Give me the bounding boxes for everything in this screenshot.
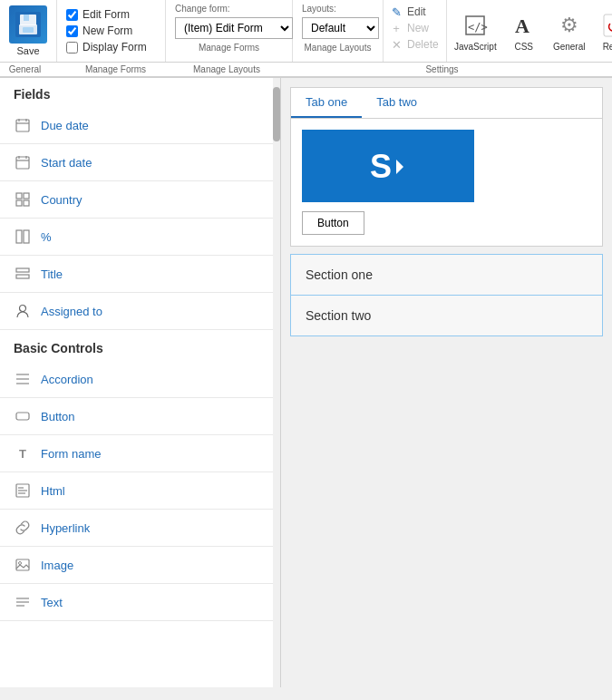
- form-name-label: Form name: [41, 447, 101, 461]
- due-date-label: Due date: [41, 119, 89, 132]
- manage-layouts-section-label: Manage Layouts: [181, 63, 272, 76]
- control-text[interactable]: Text: [0, 584, 280, 621]
- reset-button[interactable]: ↺ Reset: [597, 11, 612, 52]
- title-label: Title: [41, 267, 63, 281]
- css-label: CSS: [514, 42, 533, 52]
- svg-text:↺: ↺: [607, 18, 612, 36]
- field-title[interactable]: Title: [0, 256, 280, 293]
- field-percent[interactable]: %: [0, 219, 280, 256]
- calendar-icon-start: [14, 153, 32, 171]
- control-image[interactable]: Image: [0, 547, 280, 584]
- delete-icon: ✕: [389, 37, 403, 52]
- button-icon: [14, 407, 32, 425]
- svg-text:</>: </>: [468, 21, 488, 34]
- left-panel: Fields Due date: [0, 78, 281, 687]
- new-label: New: [407, 22, 429, 34]
- svg-rect-24: [16, 268, 29, 272]
- field-country[interactable]: Country: [0, 181, 280, 219]
- edit-form-checkbox-label[interactable]: Edit Form: [66, 8, 156, 21]
- html-label: Html: [41, 484, 65, 498]
- field-assigned-to[interactable]: Assigned to: [0, 293, 280, 330]
- javascript-label: JavaScript: [454, 42, 497, 52]
- reset-icon: ↺: [600, 11, 612, 40]
- delete-label: Delete: [407, 38, 439, 51]
- person-icon: [14, 302, 32, 320]
- percent-label: %: [41, 230, 52, 244]
- new-layout-button[interactable]: + New: [389, 21, 441, 35]
- svg-rect-4: [23, 27, 34, 33]
- general-icon: ⚙: [555, 11, 584, 40]
- button-label: Button: [41, 410, 75, 423]
- control-html[interactable]: Html: [0, 472, 280, 510]
- tab-one[interactable]: Tab one: [291, 88, 362, 118]
- new-form-checkbox-label[interactable]: New Form: [66, 24, 156, 37]
- scrollbar[interactable]: [273, 78, 280, 687]
- section-one[interactable]: Section one: [291, 255, 602, 296]
- svg-point-36: [19, 562, 22, 565]
- tabs-container: Tab one Tab two S Button: [290, 87, 603, 247]
- right-panel: Tab one Tab two S Button Sectio: [281, 78, 612, 687]
- general-button[interactable]: ⚙ General: [551, 11, 588, 52]
- edit-form-label: Edit Form: [83, 8, 130, 21]
- layouts-section: Layouts: Default Manage Layouts: [293, 0, 384, 62]
- delete-layout-button[interactable]: ✕ Delete: [389, 37, 441, 52]
- sharepoint-logo: S: [361, 139, 415, 193]
- svg-rect-25: [16, 275, 29, 278]
- change-form-select[interactable]: (Item) Edit Form (Item) New Form (Item) …: [175, 17, 293, 39]
- layouts-heading: Layouts:: [302, 4, 374, 14]
- change-form-heading: Change form:: [175, 4, 283, 14]
- javascript-icon: </>: [461, 11, 490, 40]
- grid-icon-percent: [14, 228, 32, 246]
- accordion-icon: [14, 370, 32, 388]
- edit-layout-button[interactable]: ✎ Edit: [389, 5, 441, 19]
- svg-rect-23: [24, 230, 29, 243]
- ribbon-labels-row: General Manage Forms Manage Layouts Sett…: [0, 63, 612, 78]
- svg-text:A: A: [515, 15, 529, 37]
- scrollbar-thumb[interactable]: [273, 87, 280, 141]
- settings-section: </> JavaScript A CSS ⚙ General ↺: [447, 0, 612, 62]
- svg-rect-2: [24, 15, 29, 21]
- reset-label: Reset: [603, 42, 612, 52]
- ribbon: Save Edit Form New Form Display Form Cha…: [0, 0, 612, 63]
- edit-form-checkbox[interactable]: [66, 9, 78, 21]
- assigned-to-label: Assigned to: [41, 305, 102, 318]
- form-name-icon: T: [14, 444, 32, 462]
- control-hyperlink[interactable]: Hyperlink: [0, 510, 280, 547]
- content-button[interactable]: Button: [302, 211, 364, 235]
- calendar-icon-due: [14, 116, 32, 134]
- start-date-label: Start date: [41, 156, 92, 170]
- svg-rect-19: [24, 193, 29, 199]
- sections-container: Section one Section two: [290, 254, 603, 336]
- save-label: Save: [16, 45, 39, 56]
- control-button[interactable]: Button: [0, 398, 280, 435]
- general-label: General: [553, 42, 586, 52]
- tab-bar: Tab one Tab two: [291, 88, 602, 119]
- save-button[interactable]: Save: [9, 5, 47, 56]
- field-start-date[interactable]: Start date: [0, 144, 280, 181]
- image-label: Image: [41, 559, 73, 572]
- control-accordion[interactable]: Accordion: [0, 361, 280, 398]
- layouts-select[interactable]: Default: [302, 17, 379, 39]
- section-two[interactable]: Section two: [291, 296, 602, 335]
- control-form-name[interactable]: T Form name: [0, 435, 280, 472]
- field-due-date[interactable]: Due date: [0, 107, 280, 144]
- accordion-label: Accordion: [41, 373, 93, 386]
- settings-section-label: Settings: [272, 63, 612, 76]
- manage-forms-label: Manage Forms: [175, 43, 283, 53]
- save-section: Save: [0, 0, 57, 62]
- javascript-button[interactable]: </> JavaScript: [454, 11, 497, 52]
- display-form-checkbox[interactable]: [66, 42, 78, 53]
- css-button[interactable]: A CSS: [506, 11, 542, 52]
- display-form-checkbox-label[interactable]: Display Form: [66, 41, 156, 53]
- svg-rect-35: [16, 559, 29, 570]
- manage-layouts-label: Manage Layouts: [302, 43, 374, 53]
- text-label: Text: [41, 596, 63, 609]
- new-form-checkbox[interactable]: [66, 25, 78, 37]
- tab-content: S Button: [291, 119, 602, 246]
- change-form-section: Change form: (Item) Edit Form (Item) New…: [166, 0, 293, 62]
- edit-new-delete-section: ✎ Edit + New ✕ Delete: [384, 0, 447, 62]
- tab-two[interactable]: Tab two: [362, 88, 432, 118]
- save-icon: [9, 5, 47, 44]
- general-section-label: General: [0, 63, 50, 76]
- text-icon: [14, 593, 32, 611]
